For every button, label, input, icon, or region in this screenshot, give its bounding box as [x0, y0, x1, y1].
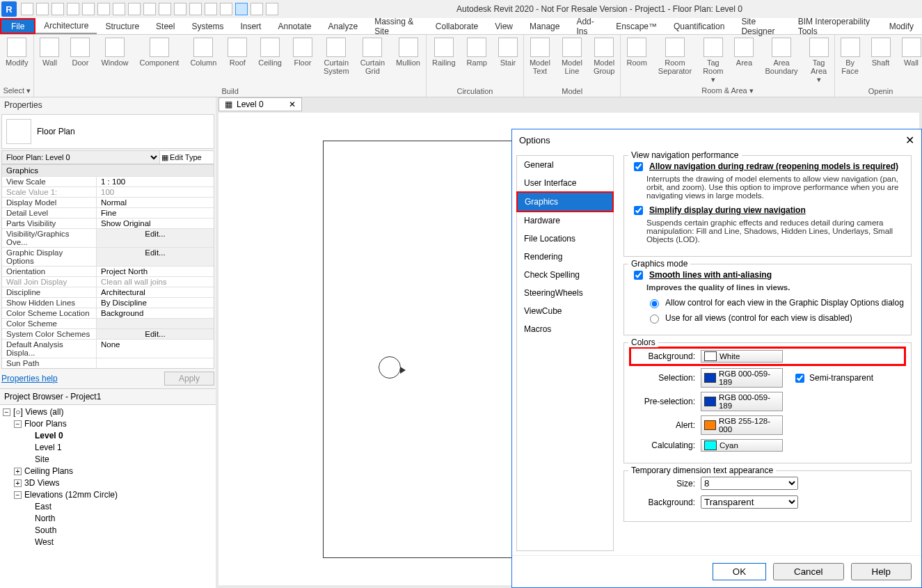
- color-picker-button[interactable]: RGB 000-059-189: [701, 392, 783, 411]
- property-row[interactable]: Color Scheme LocationBackground: [2, 308, 214, 318]
- property-row[interactable]: System Color SchemesEdit...: [2, 328, 214, 339]
- dialog-nav-item[interactable]: Hardware: [517, 212, 613, 230]
- collapse-icon[interactable]: −: [14, 491, 22, 499]
- simplify-checkbox[interactable]: [634, 206, 643, 215]
- tree-node[interactable]: North: [3, 513, 213, 525]
- color-picker-button[interactable]: Cyan: [701, 439, 783, 452]
- ribbon-tool[interactable]: Wall: [896, 35, 922, 86]
- radio-allow-control[interactable]: [650, 299, 659, 308]
- property-row[interactable]: Color Scheme: [2, 318, 214, 328]
- property-row[interactable]: Parts VisibilityShow Original: [2, 218, 214, 228]
- ribbon-tool[interactable]: ByFace: [835, 35, 866, 86]
- property-row[interactable]: OrientationProject North: [2, 266, 214, 276]
- size-select[interactable]: 8: [701, 477, 798, 490]
- property-value[interactable]: 100: [97, 187, 214, 197]
- radio-all-views[interactable]: [650, 315, 659, 324]
- dialog-nav-item[interactable]: Macros: [517, 320, 613, 338]
- ribbon-tool[interactable]: AreaBoundary: [759, 35, 803, 85]
- tab-architecture[interactable]: Architecture: [35, 18, 97, 34]
- property-value[interactable]: None: [97, 340, 214, 358]
- ok-button[interactable]: OK: [713, 563, 766, 580]
- tree-node[interactable]: −[○] Views (all): [3, 406, 213, 418]
- property-value[interactable]: Edit...: [97, 229, 214, 247]
- background-select[interactable]: Transparent: [701, 495, 798, 509]
- property-row[interactable]: Detail LevelFine: [2, 207, 214, 218]
- property-value[interactable]: By Discipline: [97, 298, 214, 308]
- tree-node[interactable]: Level 1: [3, 442, 213, 454]
- tab-systems[interactable]: Systems: [183, 18, 232, 34]
- tab-sitedesigner[interactable]: Site Designer: [733, 18, 789, 34]
- tab-addins[interactable]: Add-Ins: [568, 18, 607, 34]
- ribbon-tool[interactable]: ModelGroup: [588, 35, 621, 86]
- property-row[interactable]: Show Hidden LinesBy Discipline: [2, 297, 214, 308]
- ribbon-tool[interactable]: Shaft: [866, 35, 896, 86]
- property-value[interactable]: Clean all wall joins: [97, 277, 214, 287]
- tab-view[interactable]: View: [486, 18, 521, 34]
- property-value[interactable]: Normal: [97, 198, 214, 207]
- properties-help-link[interactable]: Properties help: [1, 374, 58, 383]
- dialog-nav-item[interactable]: SteeringWheels: [517, 284, 613, 302]
- qat-icon[interactable]: [251, 3, 263, 15]
- expand-icon[interactable]: +: [14, 479, 22, 487]
- ribbon-tool[interactable]: Roof: [222, 35, 253, 86]
- qat-icon[interactable]: [113, 3, 125, 15]
- ribbon-tool[interactable]: Room: [621, 35, 652, 85]
- checkbox-label[interactable]: Smooth lines with anti-aliasing: [649, 270, 772, 280]
- tree-node[interactable]: −Floor Plans: [3, 418, 213, 430]
- ribbon-tool[interactable]: Component: [134, 35, 185, 86]
- tree-node[interactable]: West: [3, 537, 213, 548]
- tab-collaborate[interactable]: Collaborate: [427, 18, 486, 34]
- view-tab[interactable]: ▦ Level 0 ✕: [218, 97, 302, 111]
- property-row[interactable]: Display ModelNormal: [2, 197, 214, 207]
- apply-button[interactable]: Apply: [164, 372, 214, 386]
- qat-icon[interactable]: [36, 3, 49, 15]
- tree-node[interactable]: +Ceiling Plans: [3, 466, 213, 477]
- tree-node[interactable]: South: [3, 525, 213, 537]
- ribbon-group-label[interactable]: Select ▾: [0, 85, 33, 97]
- property-row[interactable]: Graphic Display OptionsEdit...: [2, 247, 214, 266]
- qat-icon[interactable]: [220, 3, 232, 15]
- dialog-nav-item[interactable]: Rendering: [517, 248, 613, 266]
- qat-icon[interactable]: [266, 3, 278, 15]
- tab-annotate[interactable]: Annotate: [269, 18, 319, 34]
- dialog-nav-item[interactable]: Check Spelling: [517, 266, 613, 284]
- tree-node[interactable]: +3D Views: [3, 477, 213, 489]
- ribbon-tool[interactable]: ModelLine: [556, 35, 588, 86]
- property-value[interactable]: Show Original: [97, 218, 214, 228]
- property-value[interactable]: Architectural: [97, 287, 214, 297]
- grid-section[interactable]: Graphics: [2, 165, 214, 176]
- ribbon-tool[interactable]: TagRoom ▾: [697, 35, 729, 85]
- help-button[interactable]: Help: [851, 563, 912, 580]
- close-icon[interactable]: ✕: [905, 134, 914, 147]
- qat-icon[interactable]: [205, 3, 217, 15]
- tab-massing[interactable]: Massing & Site: [366, 18, 427, 34]
- ribbon-tool[interactable]: Floor: [287, 35, 318, 86]
- tree-node[interactable]: Level 0: [3, 430, 213, 442]
- ribbon-tool[interactable]: Area: [729, 35, 759, 85]
- qat-icon[interactable]: [51, 3, 64, 15]
- color-picker-button[interactable]: White: [701, 350, 783, 363]
- tree-node[interactable]: −Elevations (12mm Circle): [3, 489, 213, 501]
- ribbon-tool[interactable]: Stair: [493, 35, 523, 86]
- checkbox-label[interactable]: Semi-transparent: [809, 373, 873, 383]
- tab-enscape[interactable]: Enscape™: [607, 18, 665, 34]
- property-row[interactable]: View Scale1 : 100: [2, 176, 214, 186]
- collapse-icon[interactable]: −: [14, 420, 22, 428]
- property-value[interactable]: [97, 358, 214, 368]
- property-value[interactable]: Fine: [97, 208, 214, 218]
- property-row[interactable]: Default Analysis Displa...None: [2, 339, 214, 358]
- tree-node[interactable]: Site: [3, 454, 213, 466]
- edit-type-button[interactable]: ▦Edit Type: [159, 151, 214, 164]
- qat-icon[interactable]: [97, 3, 110, 15]
- ribbon-tool[interactable]: CurtainGrid: [355, 35, 390, 86]
- radio-label[interactable]: Allow control for each view in the Graph…: [665, 298, 904, 308]
- ribbon-tool[interactable]: Wall: [34, 35, 65, 86]
- qat-icon[interactable]: [82, 3, 95, 15]
- qat-icon[interactable]: [128, 3, 141, 15]
- qat-icon[interactable]: [174, 3, 186, 15]
- type-selector[interactable]: Floor Plan: [1, 114, 214, 149]
- checkbox-label[interactable]: Allow navigation during redraw (reopenin…: [649, 161, 898, 171]
- tree-node[interactable]: East: [3, 501, 213, 513]
- tab-structure[interactable]: Structure: [97, 18, 148, 34]
- tab-steel[interactable]: Steel: [148, 18, 183, 34]
